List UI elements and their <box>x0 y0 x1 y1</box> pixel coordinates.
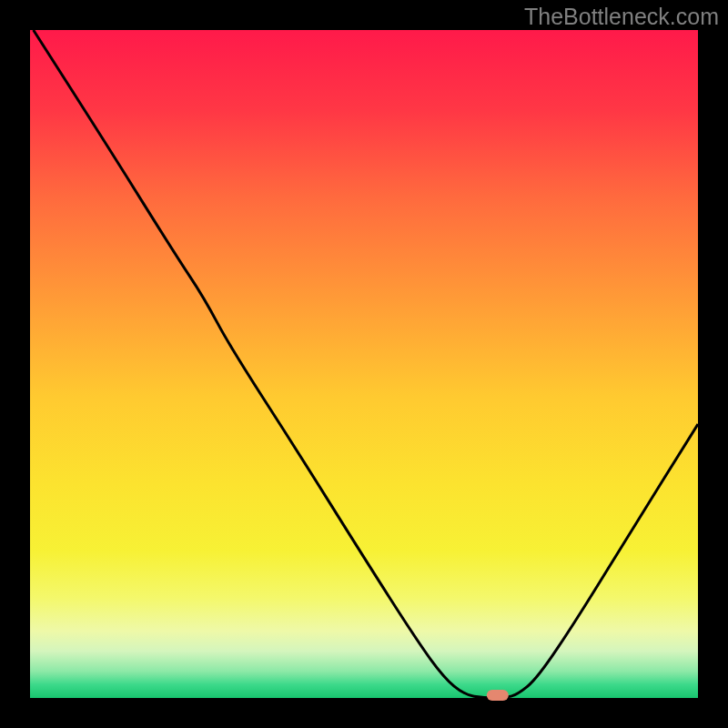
bottleneck-chart <box>0 0 728 728</box>
optimal-marker <box>487 690 509 701</box>
plot-background <box>30 30 698 698</box>
watermark-text: TheBottleneck.com <box>524 4 719 30</box>
chart-container: TheBottleneck.com <box>0 0 728 728</box>
